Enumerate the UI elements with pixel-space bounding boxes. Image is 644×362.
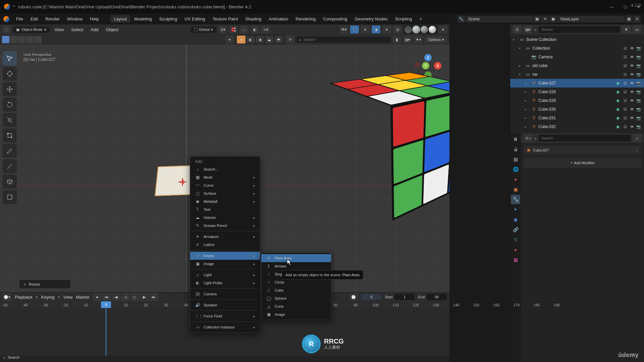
- play-icon[interactable]: ▷: [130, 293, 139, 301]
- scene-name-input[interactable]: [468, 17, 508, 21]
- viewlayer-field[interactable]: [557, 16, 625, 22]
- ws-compositing[interactable]: Compositing: [320, 15, 351, 23]
- props-pin-icon[interactable]: ⟐: [633, 134, 641, 142]
- add-light-probe[interactable]: ◐Light Probe▸: [190, 279, 260, 287]
- ptab-material[interactable]: ●: [511, 245, 520, 254]
- outliner-display-icon[interactable]: ▤▾: [524, 25, 532, 34]
- asset-filter-1[interactable]: ●: [237, 36, 246, 44]
- window-minimize[interactable]: —: [610, 5, 613, 9]
- propedit-toggle[interactable]: ◐: [251, 25, 259, 34]
- start-frame-input[interactable]: [394, 294, 415, 300]
- tl-menu-marker[interactable]: Marker: [76, 295, 89, 300]
- tool-cursor[interactable]: [3, 67, 17, 81]
- tree-cube-028[interactable]: ▸▽Cube.028◉☑👁📷: [510, 87, 644, 96]
- overlay-dropdown[interactable]: ▾: [382, 25, 391, 34]
- toggle-render[interactable]: 📷: [636, 90, 641, 94]
- tree-nw[interactable]: ▾▭nw☑👁📷: [510, 70, 644, 79]
- outliner-type-icon[interactable]: ☰: [513, 25, 522, 34]
- vp-menu-select[interactable]: Select: [68, 26, 86, 33]
- toggle-viewport[interactable]: 👁: [629, 81, 635, 85]
- refresh-icon[interactable]: ⟳: [286, 36, 294, 44]
- ws-animation[interactable]: Animation: [265, 15, 291, 23]
- editor-type-icon[interactable]: ⬚: [2, 25, 11, 34]
- toggle-viewport[interactable]: 👁: [629, 55, 635, 59]
- toggle-viewport[interactable]: 👁: [629, 125, 635, 129]
- pivot-dropdown[interactable]: ⊙▾: [218, 25, 227, 34]
- ptab-physics[interactable]: ◉: [511, 215, 520, 224]
- asset-filter-5[interactable]: ◓: [274, 36, 283, 44]
- toggle-viewport[interactable]: 👁: [629, 107, 635, 112]
- tree-collection[interactable]: ▾▭Collection☑👁📷: [510, 44, 644, 53]
- toggle-viewport[interactable]: 👁: [629, 64, 635, 68]
- menu-edit[interactable]: Edit: [27, 15, 41, 23]
- toggle-viewport[interactable]: 👁: [629, 99, 635, 103]
- viewlayer-new[interactable]: ▦: [625, 15, 633, 23]
- sel-mode-3[interactable]: [18, 36, 25, 43]
- ws-scripting[interactable]: Scripting: [392, 15, 416, 23]
- toggle-render[interactable]: 📷: [636, 46, 641, 51]
- toggle-render[interactable]: 📷: [636, 81, 641, 85]
- keyframe-next-icon[interactable]: ▶: [140, 293, 149, 301]
- sel-mode-4[interactable]: [26, 36, 34, 43]
- sel-mode-1[interactable]: [2, 36, 9, 43]
- scene-browse-icon[interactable]: 🔧: [458, 15, 465, 23]
- add-grease-pencil[interactable]: ✎Grease Pencil▸: [190, 222, 260, 230]
- add-volume[interactable]: ☁Volume▸: [190, 214, 260, 222]
- toggle-exclude[interactable]: ☑: [623, 107, 628, 112]
- toggle-viewport[interactable]: 👁: [629, 90, 635, 94]
- ws-texpaint[interactable]: Texture Paint: [209, 15, 241, 23]
- toggle-exclude[interactable]: ☑: [623, 81, 628, 85]
- gizmo-toggle[interactable]: ⛶: [350, 25, 359, 34]
- tool-rotate[interactable]: [3, 98, 17, 112]
- properties-search[interactable]: [539, 135, 631, 141]
- tool-annotate[interactable]: [3, 144, 17, 158]
- toggle-exclude[interactable]: ☑: [623, 64, 628, 68]
- clock-icon[interactable]: 🕐: [349, 293, 358, 301]
- gizmo-xneg[interactable]: [415, 62, 420, 67]
- xray-toggle[interactable]: ⊡: [393, 25, 402, 34]
- ws-uvediting[interactable]: UV Editing: [181, 15, 208, 23]
- tl-menu-view[interactable]: View: [63, 295, 73, 300]
- bookmark-icon[interactable]: ▮: [392, 36, 401, 44]
- toggle-viewport[interactable]: 👁: [629, 116, 635, 120]
- shading-rendered[interactable]: [429, 26, 436, 33]
- active-object-row[interactable]: ▣ Cube.027 ⟐: [524, 146, 641, 154]
- autokey-icon[interactable]: ●: [93, 293, 102, 301]
- options-dropdown[interactable]: Options ▾: [425, 36, 447, 43]
- play-reverse-icon[interactable]: ◁: [121, 293, 130, 301]
- snap-dropdown[interactable]: ⟂▾: [240, 25, 249, 34]
- menu-file[interactable]: File: [13, 15, 26, 23]
- add-camera[interactable]: 🎥Camera: [190, 290, 260, 298]
- viewport-search-input[interactable]: [304, 38, 388, 42]
- gizmo-z[interactable]: Z: [424, 54, 432, 61]
- gizmo-x[interactable]: X: [434, 62, 441, 69]
- sel-mode-2[interactable]: [10, 36, 17, 43]
- tree-cube-027[interactable]: ▸▽Cube.027◉☑👁📷: [510, 79, 644, 87]
- tool-addcube[interactable]: [3, 175, 17, 189]
- jump-start-icon[interactable]: ⏮: [102, 293, 111, 301]
- add-light[interactable]: ☼Light▸: [190, 271, 260, 279]
- add-lattice[interactable]: #Lattice: [190, 241, 260, 249]
- toggle-viewport[interactable]: 👁: [629, 72, 635, 77]
- mode-dropdown[interactable]: ▣ Object Mode ▾: [13, 26, 50, 33]
- add-mesh[interactable]: ▦Mesh▸: [190, 173, 260, 181]
- add-metaball[interactable]: ◉Metaball▸: [190, 197, 260, 205]
- overlay-toggle[interactable]: ◑: [372, 25, 380, 34]
- menu-help[interactable]: Help: [87, 15, 102, 23]
- tree-cube-032[interactable]: ▸▽Cube.032◉☑👁📷: [510, 122, 644, 131]
- vp-menu-object[interactable]: Object: [103, 26, 121, 33]
- ptab-output[interactable]: 🖨: [511, 144, 520, 154]
- blender-menu-icon[interactable]: [3, 16, 9, 22]
- outliner-filter-icon[interactable]: ▼: [622, 25, 631, 34]
- viewlayer-icon[interactable]: ▣: [549, 15, 557, 23]
- filter-dropdown[interactable]: ▾: [225, 36, 234, 44]
- props-type-icon[interactable]: ⛭▾: [524, 134, 532, 142]
- ptab-mesh[interactable]: ▽: [511, 235, 520, 244]
- ptab-world[interactable]: ●: [511, 175, 520, 184]
- ws-layout[interactable]: Layout: [110, 15, 130, 23]
- scene-del[interactable]: ✕: [541, 15, 549, 23]
- sel-mode-5[interactable]: [34, 36, 42, 43]
- viewlayer-del[interactable]: ✕: [633, 15, 641, 23]
- add-menu-search[interactable]: ⌕Search...: [190, 165, 260, 173]
- toggle-exclude[interactable]: ☑: [623, 99, 628, 103]
